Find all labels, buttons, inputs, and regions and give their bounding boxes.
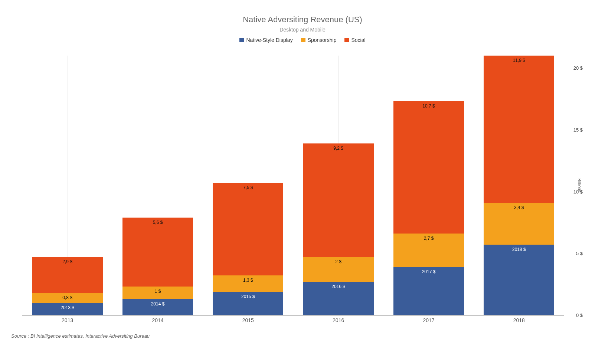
x-tick-label: 2016 <box>333 317 344 323</box>
bar-segment-sponsorship[interactable]: 0,8 $ <box>32 293 103 303</box>
bar-value-label: 2,7 $ <box>393 236 464 241</box>
bar-value-label: 7,5 $ <box>213 185 283 190</box>
bar-segment-sponsorship[interactable]: 2,7 $ <box>393 234 464 267</box>
x-tick-label: 2015 <box>242 317 254 323</box>
bar-segment-social[interactable]: 9,2 $ <box>303 143 374 257</box>
legend-item-native[interactable]: Native-Style Display <box>239 37 292 43</box>
y-tick-label: 10 $ <box>573 189 583 194</box>
bar-segment-social[interactable]: 5,6 $ <box>122 218 193 287</box>
y-tick-label: 5 $ <box>576 251 583 256</box>
legend-label-sponsorship: Sponsorship <box>308 37 337 43</box>
bar-segment-social[interactable]: 10,7 $ <box>393 101 464 234</box>
chart-subtitle: Desktop and Mobile <box>0 27 605 33</box>
bar-segment-native[interactable]: 2017 $ <box>393 267 464 315</box>
bar-segment-native[interactable]: 2014 $ <box>122 299 193 315</box>
bar-value-label: 10,7 $ <box>393 103 464 109</box>
x-tick-label: 2013 <box>62 317 73 323</box>
bar-segment-social[interactable]: 7,5 $ <box>213 183 283 275</box>
x-tick-label: 2017 <box>423 317 434 323</box>
bar-value-label: 1,3 $ <box>213 278 283 283</box>
bar-value-label: 11,9 $ <box>484 58 554 63</box>
legend-swatch-sponsorship <box>301 38 305 42</box>
chart-title: Native Adversiting Revenue (US) <box>0 15 605 24</box>
bar-segment-native[interactable]: 2013 $ <box>32 303 103 315</box>
bar-value-label: 2015 $ <box>213 294 283 299</box>
legend-swatch-native <box>239 38 244 42</box>
bar-value-label: 2018 $ <box>484 247 554 252</box>
legend-swatch-social <box>344 38 349 42</box>
bar-segment-social[interactable]: 2,9 $ <box>32 257 103 293</box>
bar-value-label: 2014 $ <box>122 301 193 307</box>
y-tick-label: 20 $ <box>573 65 583 71</box>
bar-segment-sponsorship[interactable]: 1 $ <box>122 287 193 299</box>
bar-segment-sponsorship[interactable]: 1,3 $ <box>213 275 283 291</box>
bar-segment-native[interactable]: 2016 $ <box>303 282 374 315</box>
bar-value-label: 2016 $ <box>303 284 374 289</box>
y-tick-label: 15 $ <box>573 127 583 133</box>
bar-value-label: 2017 $ <box>393 269 464 274</box>
bar-value-label: 1 $ <box>122 289 193 294</box>
bar-value-label: 2013 $ <box>32 305 103 310</box>
bar-segment-social[interactable]: 11,9 $ <box>484 56 554 203</box>
legend-item-sponsorship[interactable]: Sponsorship <box>301 37 337 43</box>
bar-value-label: 0,8 $ <box>32 295 103 300</box>
bar-segment-sponsorship[interactable]: 3,4 $ <box>484 203 554 245</box>
bar-segment-native[interactable]: 2018 $ <box>484 245 554 315</box>
legend-item-social[interactable]: Social <box>344 37 365 43</box>
legend-label-social: Social <box>351 37 365 43</box>
bar-value-label: 3,4 $ <box>484 205 554 210</box>
chart-legend: Native-Style Display Sponsorship Social <box>0 37 605 43</box>
x-tick-label: 2018 <box>513 317 525 323</box>
legend-label-native: Native-Style Display <box>246 37 292 43</box>
plot-wrapper: Billions 0 $5 $10 $15 $20 $20132013 $0,8… <box>22 56 564 322</box>
y-tick-label: 0 $ <box>576 312 583 318</box>
bar-segment-sponsorship[interactable]: 2 $ <box>303 257 374 282</box>
source-note: Source : BI Intelligence estimates, Inte… <box>11 333 150 339</box>
bar-value-label: 5,6 $ <box>122 220 193 225</box>
bar-segment-native[interactable]: 2015 $ <box>213 292 283 315</box>
plot-area: Billions 0 $5 $10 $15 $20 $20132013 $0,8… <box>22 56 564 315</box>
bar-value-label: 2,9 $ <box>32 259 103 264</box>
bar-value-label: 9,2 $ <box>303 146 374 151</box>
bar-value-label: 2 $ <box>303 259 374 264</box>
x-tick-label: 2014 <box>152 317 163 323</box>
